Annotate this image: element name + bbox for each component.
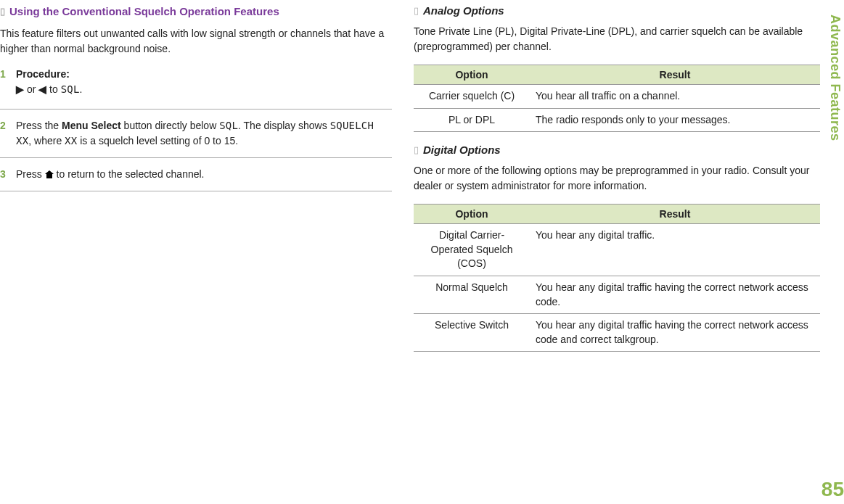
- step2-text-d: , where: [28, 135, 65, 146]
- step-1: 1 Procedure: ▶ or ◀ to SQL.: [0, 67, 392, 100]
- step-divider: [0, 157, 392, 158]
- analog-options-table: Option Result Carrier squelch (C) You he…: [414, 65, 820, 132]
- table-header-option: Option: [414, 205, 530, 224]
- option-cell: Digital Carrier-Operated Squelch (COS): [414, 224, 530, 276]
- heading-text: Using the Conventional Squelch Operation…: [9, 5, 279, 17]
- code-sql: SQL: [61, 83, 80, 95]
- step-2: 2 Press the Menu Select button directly …: [0, 118, 392, 149]
- result-cell: You hear any digital traffic.: [530, 224, 820, 276]
- option-cell: Selective Switch: [414, 314, 530, 352]
- code-xx: XX: [65, 135, 77, 146]
- page-number: 85: [822, 478, 844, 501]
- text-or: or: [24, 83, 38, 95]
- step2-text-e: is a squelch level setting of 0 to 15.: [77, 135, 238, 146]
- step2-text-b: button directly below: [121, 120, 219, 131]
- option-cell: Normal Squelch: [414, 276, 530, 313]
- text-to: to: [46, 83, 60, 95]
- step2-text-a: Press the: [16, 120, 62, 131]
- table-row: Normal Squelch You hear any digital traf…: [414, 276, 820, 313]
- step-divider: [0, 191, 392, 191]
- result-cell: The radio responds only to your messages…: [530, 108, 820, 132]
- table-header-result: Result: [530, 205, 820, 224]
- text-dot: .: [80, 83, 83, 95]
- section-heading: ▯Using the Conventional Squelch Operatio…: [0, 4, 392, 19]
- step-number: 2: [0, 118, 16, 149]
- intro-paragraph: This feature filters out unwanted calls …: [0, 26, 392, 57]
- right-arrow-icon: ▶: [16, 83, 24, 95]
- step-3: 3 Press to return to the selected channe…: [0, 167, 392, 182]
- step3-text-b: to return to the selected channel.: [54, 168, 205, 180]
- procedure-label: Procedure:: [16, 68, 70, 80]
- marker-icon: ▯: [414, 144, 419, 155]
- table-header-result: Result: [530, 65, 820, 85]
- digital-heading-text: Digital Options: [423, 144, 501, 156]
- digital-options-table: Option Result Digital Carrier-Operated S…: [414, 204, 820, 352]
- digital-intro: One or more of the following options may…: [414, 163, 820, 194]
- table-row: PL or DPL The radio responds only to you…: [414, 108, 820, 132]
- analog-heading: ▯Analog Options: [414, 4, 820, 17]
- table-header-option: Option: [414, 65, 530, 85]
- option-cell: PL or DPL: [414, 108, 530, 132]
- step-number: 1: [0, 67, 16, 100]
- table-row: Carrier squelch (C) You hear all traffic…: [414, 85, 820, 109]
- step-number: 3: [0, 167, 16, 182]
- step2-bold: Menu Select: [62, 120, 121, 131]
- analog-heading-text: Analog Options: [423, 4, 504, 17]
- step-divider: [0, 109, 392, 110]
- result-cell: You hear all traffic on a channel.: [530, 85, 820, 109]
- digital-heading: ▯Digital Options: [414, 144, 820, 156]
- marker-icon: ▯: [414, 5, 419, 16]
- code-sql2: SQL: [219, 120, 238, 131]
- result-cell: You hear any digital traffic having the …: [530, 276, 820, 313]
- table-row: Digital Carrier-Operated Squelch (COS) Y…: [414, 224, 820, 276]
- table-row: Selective Switch You hear any digital tr…: [414, 314, 820, 352]
- result-cell: You hear any digital traffic having the …: [530, 314, 820, 352]
- option-cell: Carrier squelch (C): [414, 85, 530, 109]
- home-icon: [45, 170, 54, 178]
- marker-icon: ▯: [0, 5, 5, 18]
- side-tab-label: Advanced Features: [827, 15, 843, 141]
- left-arrow-icon: ◀: [38, 83, 46, 95]
- step3-text-a: Press: [16, 168, 45, 180]
- analog-intro: Tone Private Line (PL), Digital Private-…: [414, 24, 820, 54]
- step2-text-c: . The display shows: [238, 120, 330, 131]
